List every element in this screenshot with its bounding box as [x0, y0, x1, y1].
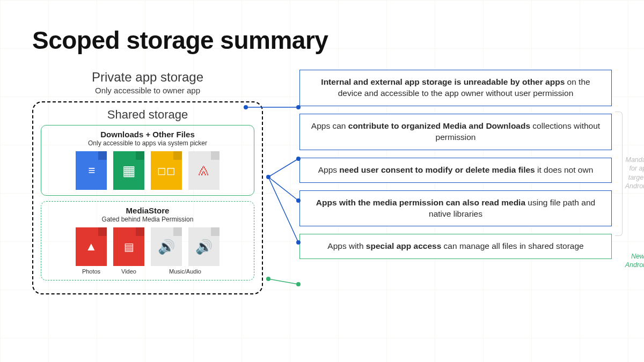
- downloads-box: Downloads + Other Files Only accessible …: [41, 125, 254, 196]
- photo-icon: ▲: [76, 227, 107, 266]
- private-sub: Only accessible to owner app: [32, 86, 263, 95]
- shared-storage: Shared storage Downloads + Other Files O…: [32, 101, 263, 294]
- downloads-sub: Only accessible to apps via system picke…: [47, 139, 248, 147]
- audio-icon: 🔊: [188, 227, 219, 266]
- audio-icon: 🔊: [151, 227, 182, 266]
- note-special-access: Apps with special app access can manage …: [299, 234, 612, 259]
- video-icon: ▤: [113, 227, 144, 266]
- slide: Scoped storage summary Private app stora…: [0, 0, 644, 362]
- mediastore-box: MediaStore Gated behind Media Permission…: [41, 201, 254, 280]
- media-label: Music/Audio: [151, 268, 219, 275]
- sidenote-new: New in Android 11: [621, 252, 644, 270]
- left-column: Private app storage Only accessible to o…: [32, 70, 263, 294]
- slides-icon: ◻◻: [151, 151, 182, 190]
- mediastore-heading: MediaStore: [47, 206, 248, 215]
- note-media-permission: Apps with the media permission can also …: [299, 190, 612, 227]
- shared-heading: Shared storage: [41, 108, 254, 122]
- media-label: Video: [113, 268, 144, 275]
- sidenote-mandatory: Mandatory for apps targeting Android 11: [621, 156, 644, 190]
- downloads-heading: Downloads + Other Files: [47, 130, 248, 139]
- right-column: Internal and external app storage is unr…: [263, 70, 612, 294]
- media-label: Photos: [76, 268, 107, 275]
- note-private: Internal and external app storage is unr…: [299, 70, 612, 106]
- page-title: Scoped storage summary: [32, 26, 612, 55]
- sheet-icon: ▦: [113, 151, 144, 190]
- mediastore-sub: Gated behind Media Permission: [47, 216, 248, 223]
- private-heading: Private app storage: [32, 70, 263, 85]
- note-consent: Apps need user consent to modify or dele…: [299, 158, 612, 183]
- note-contribute: Apps can contribute to organized Media a…: [299, 114, 612, 150]
- private-app-storage: Private app storage Only accessible to o…: [32, 70, 263, 95]
- pdf-icon: ⩓: [188, 151, 219, 190]
- doc-icon: ≡: [76, 151, 107, 190]
